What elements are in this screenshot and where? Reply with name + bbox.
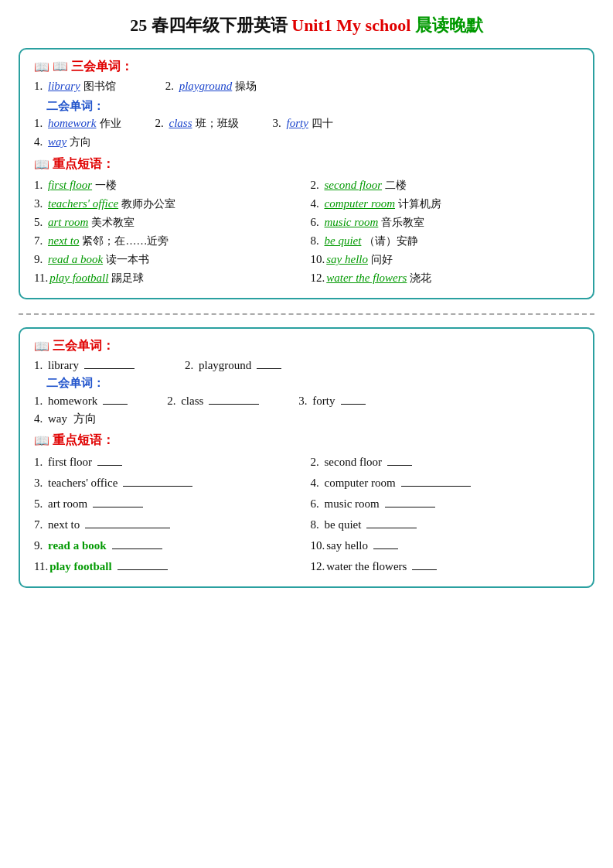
answer-teachers-office: teachers' office	[48, 197, 118, 210]
section2-vocab2-row2: 4. way 方向	[34, 412, 579, 426]
blank-second-floor[interactable]	[387, 465, 412, 466]
blank-playground[interactable]	[257, 368, 281, 369]
phrase-computer-room: 4. computer room 计算机房	[311, 197, 580, 211]
s2-phrase-be-quiet: 8. be quiet	[311, 518, 580, 531]
blank-next-to[interactable]	[85, 528, 170, 528]
s2-phrase-computer-room: 4. computer room	[311, 477, 580, 490]
s2-phrase-next-to: 7. next to	[34, 518, 303, 531]
phrase-water-flowers: 12. water the flowers 浇花	[311, 272, 580, 285]
section1-box: 📖 📖 三会单词： 1. library 图书馆 2. playground 操…	[19, 48, 594, 299]
s2-vocab-playground: 2. playground	[185, 359, 284, 372]
book-icon3: 📖	[34, 339, 49, 354]
section1-vocab3-row: 1. library 图书馆 2. playground 操场	[34, 80, 579, 96]
s2-phrase-art-room: 5. art room	[34, 497, 303, 511]
s2-phrase-music-room: 6. music room	[311, 497, 580, 511]
answer-playground: playground	[179, 80, 233, 93]
section2-vocab3-row: 1. library 2. playground	[34, 359, 579, 372]
answer-way: way	[48, 135, 66, 149]
s2-phrase-first-floor: 1. first floor	[34, 456, 303, 469]
answer-homework: homework	[48, 117, 97, 130]
phrase-art-room: 5. art room 美术教室	[34, 216, 303, 230]
answer-play-football: play football	[49, 272, 108, 285]
blank-first-floor[interactable]	[97, 465, 122, 466]
blank-music-room[interactable]	[385, 507, 435, 507]
phrase-say-hello: 10. say hello 问好	[311, 253, 580, 267]
section1-vocab3-header: 📖 📖 三会单词：	[34, 59, 579, 75]
section2-vocab2-header: 二会单词：	[46, 376, 579, 391]
answer-water-flowers: water the flowers	[326, 272, 407, 285]
book-icon1: 📖	[34, 60, 49, 74]
s2-phrase-water-flowers: 12. water the flowers	[311, 560, 580, 573]
section1-phrase-header: 📖 重点短语：	[34, 156, 579, 173]
blank-library[interactable]	[84, 368, 135, 369]
phrase-teachers-office: 3. teachers' office 教师办公室	[34, 197, 303, 211]
vocab-item-homework: 1. homework 作业	[34, 117, 121, 131]
blank-be-quiet[interactable]	[366, 528, 417, 528]
section1-phrase-grid: 1. first floor 一楼 2. second floor 二楼 3. …	[34, 177, 579, 287]
blank-class[interactable]	[209, 404, 259, 405]
phrase-second-floor: 2. second floor 二楼	[311, 179, 580, 193]
section2-box: 📖 三会单词： 1. library 2. playground 二会单词： 1…	[19, 327, 594, 588]
blank-say-hello[interactable]	[373, 548, 398, 549]
section1-vocab2-row1: 1. homework 作业 2. class 班；班级 3. forty 四十	[34, 117, 579, 133]
title-prefix: 25 春四年级下册英语	[130, 15, 291, 35]
phrase-be-quiet: 8. be quiet （请）安静	[311, 234, 580, 248]
section2-vocab3-header: 📖 三会单词：	[34, 338, 579, 354]
s2-vocab-forty: 3. forty	[298, 395, 367, 408]
s2-phrase-teachers-office: 3. teachers' office	[34, 477, 303, 490]
vocab-item-playground: 2. playground 操场	[165, 80, 257, 94]
phrase-first-floor: 1. first floor 一楼	[34, 179, 303, 193]
vocab-item-library: 1. library 图书馆	[34, 80, 116, 94]
s2-play-football-label: play football	[49, 560, 111, 573]
answer-say-hello: say hello	[326, 253, 368, 266]
answer-next-to: next to	[48, 234, 79, 248]
answer-read-a-book: read a book	[48, 253, 103, 266]
answer-library: library	[48, 80, 80, 93]
blank-forty[interactable]	[341, 404, 366, 405]
phrase-next-to: 7. next to 紧邻；在……近旁	[34, 234, 303, 248]
section2-phrase-grid: 1. first floor 2. second floor 3. teache…	[34, 453, 579, 576]
answer-first-floor: first floor	[48, 179, 92, 192]
section1-vocab2-header: 二会单词：	[46, 99, 579, 114]
section2-vocab2-row1: 1. homework 2. class 3. forty	[34, 395, 579, 408]
answer-art-room: art room	[48, 216, 88, 229]
title-unit: Unit1 My school	[291, 15, 410, 35]
section1-vocab2-row2: 4. way 方向	[34, 135, 579, 152]
answer-class: class	[169, 117, 192, 130]
book-icon2: 📖	[34, 157, 49, 172]
s2-phrase-say-hello: 10. say hello	[311, 539, 580, 552]
s2-vocab-way: 4. way 方向	[34, 412, 97, 426]
blank-art-room[interactable]	[93, 507, 143, 507]
answer-computer-room: computer room	[325, 197, 396, 210]
vocab-item-class: 2. class 班；班级	[155, 117, 239, 131]
s2-vocab-library: 1. library	[34, 359, 137, 372]
phrase-play-football: 11. play football 踢足球	[34, 272, 303, 285]
book-icon4: 📖	[34, 433, 49, 448]
page-title: 25 春四年级下册英语 Unit1 My school 晨读晚默	[19, 14, 594, 37]
answer-forty: forty	[287, 117, 308, 130]
answer-be-quiet: be quiet	[325, 234, 362, 248]
s2-read-a-book-label: read a book	[48, 539, 107, 552]
vocab-item-forty: 3. forty 四十	[273, 117, 333, 131]
answer-music-room: music room	[325, 216, 379, 229]
blank-water-flowers[interactable]	[412, 569, 437, 570]
phrase-read-a-book: 9. read a book 读一本书	[34, 253, 303, 267]
s2-phrase-second-floor: 2. second floor	[311, 456, 580, 469]
blank-read-a-book[interactable]	[112, 548, 162, 549]
answer-second-floor: second floor	[325, 179, 383, 192]
vocab-item-way: 4. way 方向	[34, 135, 91, 149]
blank-computer-room[interactable]	[401, 486, 471, 487]
s2-vocab-homework: 1. homework	[34, 395, 130, 408]
phrase-music-room: 6. music room 音乐教室	[311, 216, 580, 230]
blank-teachers-office[interactable]	[123, 486, 192, 487]
section-divider	[19, 313, 594, 315]
blank-homework[interactable]	[103, 404, 128, 405]
title-suffix: 晨读晚默	[410, 15, 483, 35]
s2-vocab-class: 2. class	[167, 395, 261, 408]
section2-phrase-header: 📖 重点短语：	[34, 432, 579, 449]
blank-play-football[interactable]	[117, 569, 168, 570]
s2-phrase-play-football: 11. play football	[34, 560, 303, 573]
s2-phrase-read-a-book: 9. read a book	[34, 539, 303, 552]
